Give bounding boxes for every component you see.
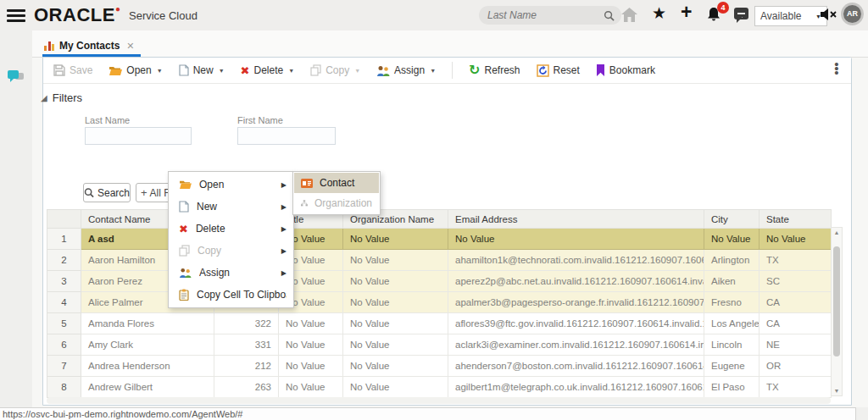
mute-icon[interactable] [821, 8, 837, 21]
cell-contact-name[interactable]: Amanda Flores [81, 313, 214, 334]
cell-id[interactable]: 263 [214, 377, 279, 398]
cell-rownum[interactable]: 5 [47, 313, 81, 334]
menu-item-assign[interactable]: Assign ▶ [169, 262, 293, 284]
menu-item-copy-cell-to-clipboard[interactable]: Copy Cell To Clipboard [169, 284, 293, 306]
search-button[interactable]: Search [83, 183, 131, 202]
cell-state[interactable]: SC [760, 271, 832, 292]
horizontal-scrollbar[interactable] [47, 397, 831, 404]
cell-state[interactable]: TX [760, 250, 832, 271]
filters-section-header[interactable]: ◢ Filters [41, 91, 82, 104]
cell-email[interactable]: ahamilton1k@technorati.com.invalid.16121… [448, 250, 704, 271]
cell-title[interactable]: No Value [279, 313, 343, 334]
cell-title[interactable]: No Value [279, 377, 343, 398]
tab-my-contacts[interactable]: My Contacts ✕ [44, 36, 139, 56]
cell-organization[interactable]: No Value [343, 377, 448, 398]
cell-city[interactable]: Fresno [704, 292, 760, 313]
firstname-filter-input[interactable] [237, 127, 336, 145]
table-row[interactable]: 6 Amy Clark 331 No Value No Value aclark… [47, 334, 832, 356]
avatar[interactable]: AR [841, 3, 864, 25]
scroll-down-icon[interactable]: ▼ [832, 388, 842, 394]
availability-select[interactable]: Available ▼ [754, 6, 827, 26]
reset-button[interactable]: Reset [537, 64, 580, 77]
overflow-menu-icon[interactable]: ••• [831, 61, 843, 74]
table-row[interactable]: 4 Alice Palmer No Value No Value apalmer… [47, 292, 832, 313]
scrollbar-thumb[interactable] [833, 246, 840, 356]
cell-organization[interactable]: No Value [343, 271, 448, 292]
chat-icon[interactable] [734, 8, 748, 19]
cell-city[interactable]: No Value [704, 229, 760, 250]
cell-rownum[interactable]: 2 [47, 250, 81, 271]
scroll-up-icon[interactable]: ▲ [832, 229, 842, 235]
menu-item-delete[interactable]: ✖ Delete ▶ [169, 218, 293, 240]
cell-rownum[interactable]: 8 [47, 377, 81, 398]
table-row[interactable]: 3 Aaron Perez No Value No Value aperez2p… [47, 271, 832, 292]
cell-organization[interactable]: No Value [343, 292, 448, 313]
cell-rownum[interactable]: 7 [47, 356, 81, 377]
save-button[interactable]: Save [53, 64, 92, 76]
cell-organization[interactable]: No Value [343, 356, 448, 377]
col-city[interactable]: City [704, 210, 760, 229]
cell-id[interactable]: 212 [214, 356, 279, 377]
cell-email[interactable]: aperez2p@abc.net.au.invalid.161212.16090… [448, 271, 704, 292]
cell-email[interactable]: No Value [448, 229, 704, 250]
cell-state[interactable]: CA [760, 292, 832, 313]
open-button[interactable]: Open▼ [108, 64, 162, 76]
bookmark-button[interactable]: Bookmark [596, 64, 655, 76]
cell-organization[interactable]: No Value [343, 334, 448, 356]
table-row[interactable]: 1 A asd No Value No Value No Value No Va… [47, 229, 832, 250]
cell-email[interactable]: apalmer3b@pagesperso-orange.fr.invalid.1… [448, 292, 704, 313]
table-row[interactable]: 7 Andrea Henderson 212 No Value No Value… [47, 356, 832, 377]
delete-button[interactable]: ✖ Delete▼ [241, 64, 295, 76]
cell-contact-name[interactable]: Amy Clark [81, 334, 214, 356]
cell-organization[interactable]: No Value [343, 313, 448, 334]
star-icon[interactable]: ★ [652, 5, 666, 21]
cell-city[interactable]: Arlington [704, 250, 760, 271]
sidebar-chat-icon[interactable] [7, 69, 25, 85]
cell-email[interactable]: agilbert1m@telegraph.co.uk.invalid.16121… [448, 377, 704, 398]
copy-button[interactable]: Copy▼ [310, 64, 360, 76]
table-row[interactable]: 5 Amanda Flores 322 No Value No Value af… [47, 313, 832, 334]
cell-state[interactable]: OR [760, 356, 832, 377]
search-icon[interactable] [604, 10, 615, 21]
tab-close-icon[interactable]: ✕ [126, 41, 134, 52]
assign-button[interactable]: Assign▼ [376, 64, 436, 76]
cell-email[interactable]: aclark3i@examiner.com.invalid.161212.160… [448, 334, 704, 356]
hamburger-menu-icon[interactable] [7, 7, 25, 22]
lastname-filter-input[interactable] [85, 127, 192, 145]
col-state[interactable]: State [760, 210, 832, 229]
global-search[interactable] [479, 6, 621, 25]
cell-rownum[interactable]: 4 [47, 292, 81, 313]
cell-id[interactable]: 331 [214, 334, 279, 356]
cell-email[interactable]: aflores39@ftc.gov.invalid.161212.160907.… [448, 313, 704, 334]
cell-contact-name[interactable]: Andrea Henderson [81, 356, 214, 377]
vertical-scrollbar[interactable]: ▲ ▼ [831, 227, 843, 396]
col-rownum[interactable] [47, 210, 81, 229]
global-search-input[interactable] [486, 8, 604, 22]
table-row[interactable]: 2 Aaron Hamilton No Value No Value ahami… [47, 250, 832, 271]
menu-item-open[interactable]: Open ▶ [169, 174, 293, 196]
table-row[interactable]: 8 Andrew Gilbert 263 No Value No Value a… [47, 377, 832, 398]
menu-item-new[interactable]: New ▶ [169, 196, 293, 218]
plus-icon[interactable]: + [681, 3, 692, 22]
cell-city[interactable]: Lincoln [704, 334, 760, 356]
cell-state[interactable]: No Value [760, 229, 832, 250]
cell-contact-name[interactable]: Andrew Gilbert [81, 377, 214, 398]
home-icon[interactable] [621, 8, 637, 22]
cell-city[interactable]: Aiken [704, 271, 760, 292]
cell-city[interactable]: Eugene [704, 356, 760, 377]
cell-state[interactable]: NE [760, 334, 832, 356]
cell-state[interactable]: TX [760, 377, 832, 398]
cell-rownum[interactable]: 3 [47, 271, 81, 292]
submenu-item-contact[interactable]: Contact [294, 173, 379, 193]
cell-title[interactable]: No Value [279, 334, 343, 356]
col-email-address[interactable]: Email Address [448, 210, 704, 229]
cell-email[interactable]: ahenderson7@boston.com.invalid.161212.16… [448, 356, 704, 377]
cell-title[interactable]: No Value [279, 356, 343, 377]
cell-state[interactable]: CA [760, 313, 832, 334]
submenu-item-organization[interactable]: Organization [294, 193, 379, 213]
cell-rownum[interactable]: 6 [47, 334, 81, 356]
cell-organization[interactable]: No Value [343, 250, 448, 271]
cell-city[interactable]: Los Angeles [704, 313, 760, 334]
refresh-button[interactable]: ↻ Refresh [469, 64, 520, 77]
new-button[interactable]: New▼ [179, 64, 225, 76]
